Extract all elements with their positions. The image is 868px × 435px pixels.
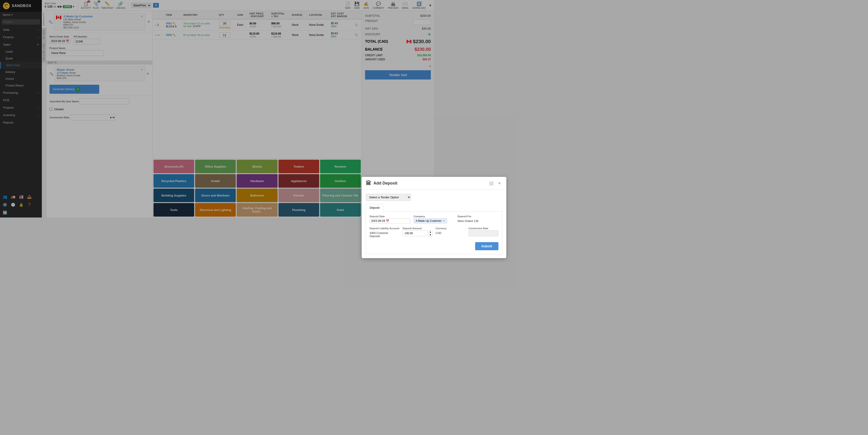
modal-form-row-1: Deposit Date 2023-09-29 📅 Company A Made… xyxy=(370,215,434,218)
tender-option-select[interactable]: Select a Tender Option xyxy=(366,194,411,201)
deposit-date-label: Deposit Date xyxy=(370,215,410,218)
modal-overlay: 🏛 Add Deposit ⬜ ✕ Select a Tender Option… xyxy=(0,0,434,218)
company-label: Company xyxy=(414,215,434,218)
bank-icon: 🏛 xyxy=(366,180,371,186)
modal-body: Select a Tender Option Deposit Deposit D… xyxy=(362,190,434,218)
modal-header: 🏛 Add Deposit ⬜ ✕ xyxy=(362,177,434,190)
add-deposit-modal: 🏛 Add Deposit ⬜ ✕ Select a Tender Option… xyxy=(362,177,434,218)
company-group: Company A Made Up Customer ✕ xyxy=(414,215,434,218)
deposit-date-group: Deposit Date 2023-09-29 📅 xyxy=(370,215,410,218)
modal-tab-content: Deposit Date 2023-09-29 📅 Company A Made… xyxy=(366,211,434,218)
deposit-tab[interactable]: Deposit xyxy=(366,204,383,211)
modal-title: 🏛 Add Deposit xyxy=(366,180,397,186)
modal-tabs: Deposit xyxy=(366,204,434,211)
